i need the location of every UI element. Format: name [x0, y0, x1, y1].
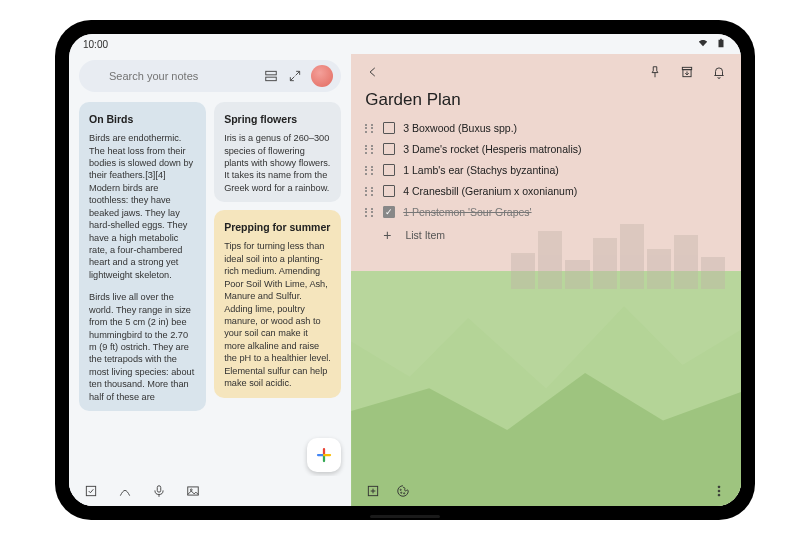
- mic-icon[interactable]: [151, 483, 167, 499]
- drag-handle-icon[interactable]: [365, 145, 375, 154]
- checkbox[interactable]: [383, 122, 395, 134]
- svg-point-10: [401, 492, 402, 493]
- note-card-prepping-summer[interactable]: Prepping for summer Tips for turning les…: [214, 210, 341, 397]
- svg-point-11: [404, 493, 405, 494]
- detail-top-bar: [365, 64, 727, 80]
- check-item[interactable]: 1 Penstemon 'Sour Grapes': [365, 206, 727, 218]
- checkbox[interactable]: [383, 185, 395, 197]
- check-item[interactable]: 3 Boxwood (Buxus spp.): [365, 122, 727, 134]
- clock: 10:00: [83, 39, 108, 50]
- svg-point-14: [718, 494, 720, 496]
- screen: 10:00: [69, 34, 741, 506]
- view-toggle-icon[interactable]: [263, 68, 279, 84]
- wifi-icon: [697, 38, 709, 48]
- back-icon[interactable]: [365, 64, 381, 80]
- add-list-item[interactable]: + List Item: [365, 227, 727, 243]
- status-icons: [694, 38, 727, 50]
- svg-point-9: [400, 489, 401, 490]
- check-label: 3 Dame's rocket (Hesperis matronalis): [403, 143, 581, 155]
- tablet-frame: 10:00: [55, 20, 755, 520]
- checkbox[interactable]: [383, 206, 395, 218]
- note-card-spring-flowers[interactable]: Spring flowers Iris is a genus of 260–30…: [214, 102, 341, 202]
- note-body: Birds are endothermic. The heat loss fro…: [89, 132, 196, 403]
- note-title: On Birds: [89, 112, 196, 126]
- check-item[interactable]: 1 Lamb's ear (Stachys byzantina): [365, 164, 727, 176]
- checklist: 3 Boxwood (Buxus spp.) 3 Dame's rocket (…: [365, 122, 727, 243]
- search-bar[interactable]: [79, 60, 341, 92]
- drag-handle-icon[interactable]: [365, 187, 375, 196]
- svg-point-13: [718, 490, 720, 492]
- drag-handle-icon[interactable]: [365, 166, 375, 175]
- search-input[interactable]: [109, 70, 255, 82]
- more-icon[interactable]: [711, 483, 727, 499]
- check-item[interactable]: 4 Cranesbill (Geranium x oxonianum): [365, 185, 727, 197]
- svg-rect-1: [266, 77, 277, 81]
- reminder-icon[interactable]: [711, 64, 727, 80]
- pin-icon[interactable]: [647, 64, 663, 80]
- svg-point-12: [718, 486, 720, 488]
- checkbox-note-icon[interactable]: [83, 483, 99, 499]
- check-label: 4 Cranesbill (Geranium x oxonianum): [403, 185, 577, 197]
- check-label: 3 Boxwood (Buxus spp.): [403, 122, 517, 134]
- status-bar: 10:00: [69, 34, 741, 54]
- detail-bottom-bar: [351, 476, 741, 506]
- plus-icon: +: [383, 227, 391, 243]
- split-panes: On Birds Birds are endothermic. The heat…: [69, 54, 741, 506]
- bottom-toolbar: [69, 476, 351, 506]
- palette-icon[interactable]: [395, 483, 411, 499]
- plus-icon: [315, 446, 333, 464]
- note-title: Prepping for summer: [224, 220, 331, 234]
- checkbox[interactable]: [383, 143, 395, 155]
- check-label: 1 Lamb's ear (Stachys byzantina): [403, 164, 559, 176]
- note-detail-pane: Garden Plan 3 Boxwood (Buxus spp.) 3 Dam…: [351, 54, 741, 506]
- menu-icon[interactable]: [87, 68, 101, 84]
- new-note-fab[interactable]: [307, 438, 341, 472]
- add-box-icon[interactable]: [365, 483, 381, 499]
- archive-icon[interactable]: [679, 64, 695, 80]
- avatar[interactable]: [311, 65, 333, 87]
- expand-icon[interactable]: [287, 68, 303, 84]
- check-label: 1 Penstemon 'Sour Grapes': [403, 206, 531, 218]
- note-title: Spring flowers: [224, 112, 331, 126]
- note-card-on-birds[interactable]: On Birds Birds are endothermic. The heat…: [79, 102, 206, 411]
- image-icon[interactable]: [185, 483, 201, 499]
- draw-icon[interactable]: [117, 483, 133, 499]
- drag-handle-icon[interactable]: [365, 208, 375, 217]
- checkbox[interactable]: [383, 164, 395, 176]
- svg-rect-3: [157, 486, 161, 492]
- battery-icon: [715, 38, 727, 48]
- drag-handle-icon[interactable]: [365, 124, 375, 133]
- notes-list-pane: On Birds Birds are endothermic. The heat…: [69, 54, 351, 506]
- note-body: Iris is a genus of 260–300 species of fl…: [224, 132, 331, 194]
- svg-rect-4: [188, 487, 199, 495]
- svg-rect-0: [266, 71, 277, 75]
- add-item-label: List Item: [405, 229, 445, 241]
- check-item[interactable]: 3 Dame's rocket (Hesperis matronalis): [365, 143, 727, 155]
- note-body: Tips for turning less than ideal soil in…: [224, 240, 331, 389]
- svg-rect-2: [86, 486, 95, 495]
- note-title[interactable]: Garden Plan: [365, 90, 727, 110]
